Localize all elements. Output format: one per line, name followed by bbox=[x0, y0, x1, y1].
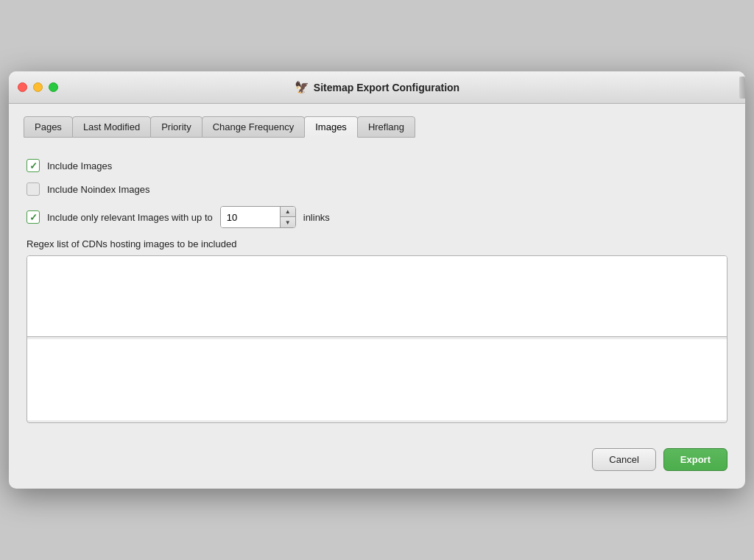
traffic-lights bbox=[18, 82, 58, 92]
include-noindex-checkbox[interactable] bbox=[27, 182, 40, 196]
tab-images[interactable]: Images bbox=[304, 116, 358, 138]
include-relevant-row: ✓ Include only relevant Images with up t… bbox=[27, 206, 727, 228]
regex-textarea-bottom[interactable] bbox=[27, 339, 727, 420]
main-content: Pages Last Modified Priority Change Freq… bbox=[9, 104, 745, 489]
include-images-row: ✓ Include Images bbox=[27, 159, 727, 172]
resize-handle[interactable] bbox=[739, 77, 745, 99]
inlinks-input[interactable] bbox=[221, 207, 280, 227]
regex-textarea-top[interactable] bbox=[27, 256, 727, 337]
window-title: 🦅 Sitemap Export Configuration bbox=[295, 80, 459, 94]
include-relevant-label: Include only relevant Images with up to bbox=[47, 212, 213, 223]
cancel-button[interactable]: Cancel bbox=[592, 448, 655, 471]
include-images-label: Include Images bbox=[47, 160, 112, 171]
regex-label: Regex list of CDNs hosting images to be … bbox=[27, 238, 727, 249]
inlinks-spinner: ▲ ▼ bbox=[220, 206, 296, 228]
tab-last-modified[interactable]: Last Modified bbox=[72, 116, 151, 138]
include-images-checkbox[interactable]: ✓ bbox=[27, 159, 40, 172]
dialog-footer: Cancel Export bbox=[24, 433, 730, 474]
titlebar: 🦅 Sitemap Export Configuration bbox=[9, 71, 745, 104]
app-icon: 🦅 bbox=[295, 80, 309, 94]
spinner-buttons: ▲ ▼ bbox=[280, 207, 295, 227]
spinner-up-button[interactable]: ▲ bbox=[281, 207, 295, 217]
inlinks-suffix-label: inlinks bbox=[303, 212, 330, 223]
tab-change-frequency[interactable]: Change Frequency bbox=[202, 116, 306, 138]
spinner-down-button[interactable]: ▼ bbox=[281, 217, 295, 227]
tab-priority[interactable]: Priority bbox=[150, 116, 202, 138]
include-relevant-checkbox[interactable]: ✓ bbox=[27, 210, 40, 224]
checkmark-icon: ✓ bbox=[29, 161, 38, 171]
include-noindex-label: Include Noindex Images bbox=[47, 184, 149, 195]
checkmark-icon-2: ✓ bbox=[29, 213, 38, 222]
minimize-button[interactable] bbox=[33, 82, 43, 92]
tab-content-images: ✓ Include Images Include Noindex Images … bbox=[24, 149, 730, 433]
include-noindex-row: Include Noindex Images bbox=[27, 182, 727, 196]
maximize-button[interactable] bbox=[49, 82, 58, 92]
tab-bar: Pages Last Modified Priority Change Freq… bbox=[24, 116, 730, 137]
tab-pages[interactable]: Pages bbox=[24, 116, 73, 138]
dialog-window: 🦅 Sitemap Export Configuration Pages Las… bbox=[9, 71, 745, 489]
close-button[interactable] bbox=[18, 82, 27, 92]
regex-textarea-container bbox=[27, 255, 727, 423]
tab-hreflang[interactable]: Hreflang bbox=[357, 116, 415, 138]
export-button[interactable]: Export bbox=[663, 448, 727, 471]
